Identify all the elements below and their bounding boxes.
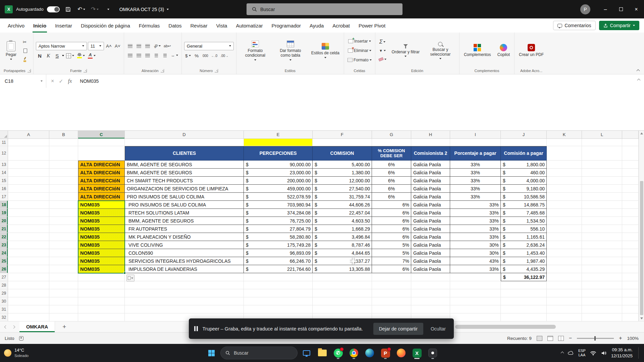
cell-G24[interactable]: 5% [372,249,411,257]
copy-button[interactable] [21,47,29,55]
cell-E21[interactable]: $27,804.79 [244,225,313,233]
increase-decimal-button[interactable]: ←.0 [210,52,218,60]
menu-tab-archivo[interactable]: Archivo [3,18,29,33]
row-header-30[interactable]: 30 [0,297,8,305]
row-header-26[interactable]: 26 [0,265,8,273]
cell-I15[interactable]: 33% [450,177,501,185]
cell-C17[interactable]: ALTA DIRECCIóN [78,193,125,201]
cell-D25[interactable]: SERVICIOS INTEGRALES HYDROAGRICOLAS [125,257,244,265]
maximize-button[interactable] [613,0,629,18]
portapapeles-dialog-launcher-icon[interactable] [28,69,31,72]
menu-tab-acrobat[interactable]: Acrobat [328,18,354,33]
cell-F19[interactable]: $22,457.04 [313,209,372,217]
cell-I19[interactable]: 33% [450,209,501,217]
cell[interactable] [78,146,125,161]
cell[interactable] [582,169,622,177]
taskbar-edge[interactable] [363,346,376,360]
cell[interactable] [582,225,622,233]
cell[interactable] [547,225,582,233]
row-header-31[interactable]: 31 [0,305,8,313]
row-header-11[interactable]: 11 [0,139,8,146]
cell[interactable] [49,139,78,146]
cell[interactable] [78,313,125,321]
sort-filter-button[interactable]: Ordenar y filtrar [390,43,422,58]
cell[interactable] [125,305,244,313]
cell[interactable] [547,193,582,201]
menu-tab-ayuda[interactable]: Ayuda [305,18,328,33]
cell-J27-total[interactable]: $36,122.97 [501,273,547,281]
cell-D26[interactable]: IMPULSORA DE LAVANDERIAS [125,265,244,273]
cell[interactable] [313,273,372,281]
cell-C20[interactable]: NOM035 [78,217,125,225]
horizontal-scrollbar[interactable] [454,325,637,329]
horizontal-scrollbar-thumb[interactable] [455,325,556,329]
scroll-up-icon[interactable] [640,132,643,134]
cell[interactable] [49,281,78,289]
column-header-I[interactable]: I [450,131,501,139]
cell[interactable] [582,265,622,273]
cell[interactable] [49,193,78,201]
cell-F17[interactable]: $31,759.74 [313,193,372,201]
cell[interactable] [78,139,125,146]
cell[interactable] [8,201,49,209]
next-sheet-icon[interactable] [12,325,15,328]
cell-F15[interactable]: $12,000.00 [313,177,372,185]
cell[interactable] [582,273,622,281]
cell[interactable] [49,241,78,249]
cell[interactable] [450,289,501,297]
cell[interactable] [547,273,582,281]
cell-J16[interactable]: $9,180.00 [501,185,547,193]
cell-D14[interactable]: BMM, AGENTE DE SEGUROS [125,169,244,177]
cancel-entry-button[interactable]: × [51,78,54,84]
delete-cells-button[interactable]: Eliminar [346,47,373,55]
cell-J21[interactable]: $556.10 [501,225,547,233]
fuente-dialog-launcher-icon[interactable] [84,69,87,72]
taskbar-excel[interactable]: X [410,346,424,360]
show-desktop-button[interactable] [638,347,639,359]
cell[interactable] [8,305,49,313]
cell-E11[interactable] [244,139,313,146]
name-box[interactable]: C18 [0,74,46,88]
confirm-entry-button[interactable]: ✓ [59,78,63,84]
cell[interactable] [8,217,49,225]
cell[interactable] [49,146,78,161]
row-header-23[interactable]: 23 [0,241,8,249]
align-right-button[interactable] [144,52,152,59]
cell-E18[interactable]: $703,980.94 [244,201,313,209]
cell-G22[interactable]: 6% [372,233,411,241]
row-header-24[interactable]: 24 [0,249,8,257]
menu-tab-revisar[interactable]: Revisar [186,18,212,33]
cell[interactable] [582,281,622,289]
language-indicator[interactable]: ESPLAA [578,349,586,357]
cell[interactable] [582,201,622,209]
column-header-F[interactable]: F [313,131,372,139]
cell[interactable] [547,265,582,273]
cell-H16[interactable]: Galicia Paola [411,185,450,193]
cell-D17[interactable]: PRO INSUMOS DE SALUD COLIMA [125,193,244,201]
cell[interactable] [8,273,49,281]
cell-G14[interactable]: 6% [372,169,411,177]
cell-E24[interactable]: $96,893.09 [244,249,313,257]
cell[interactable] [547,305,582,313]
cell-H20[interactable]: Galicia Paola [411,217,450,225]
workbook-title[interactable]: OMKARA OCT 25 (3) [119,7,169,12]
cell[interactable] [372,289,411,297]
row-header-16[interactable]: 16 [0,185,8,193]
row-header-12[interactable]: 12 [0,146,8,161]
cell-C25[interactable]: NOM035 [78,257,125,265]
cell-H17[interactable]: Galicia Paola [411,193,450,201]
cell[interactable] [49,289,78,297]
quick-access-menu-button[interactable] [103,4,113,15]
cell-C24[interactable]: NOM035 [78,249,125,257]
cell[interactable] [547,313,582,321]
cell-I22[interactable]: 33% [450,233,501,241]
cell-J26[interactable]: $4,435.29 [501,265,547,273]
align-top-button[interactable] [126,42,134,50]
cell[interactable] [244,289,313,297]
cell-J14[interactable]: $460.00 [501,169,547,177]
cell-filler[interactable] [622,313,639,321]
menu-tab-fórmulas[interactable]: Fórmulas [135,18,164,33]
cell-J15[interactable]: $4,000.00 [501,177,547,185]
cell[interactable] [582,177,622,185]
header-clientes[interactable]: CLIENTES [125,146,244,161]
